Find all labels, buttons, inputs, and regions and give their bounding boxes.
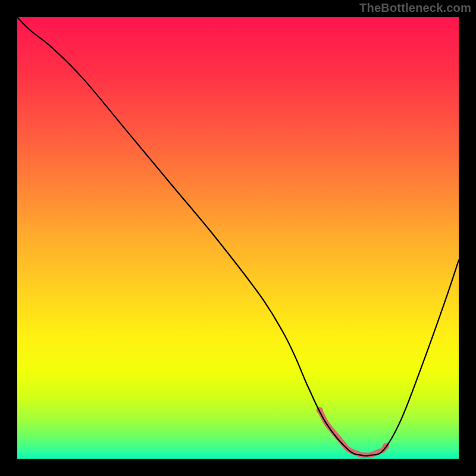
watermark-text: TheBottleneck.com [359,1,471,15]
bottleneck-curve [17,17,459,456]
chart-plot-area [17,17,459,459]
chart-curve-layer [17,17,459,459]
valley-highlight-segment [320,410,386,455]
